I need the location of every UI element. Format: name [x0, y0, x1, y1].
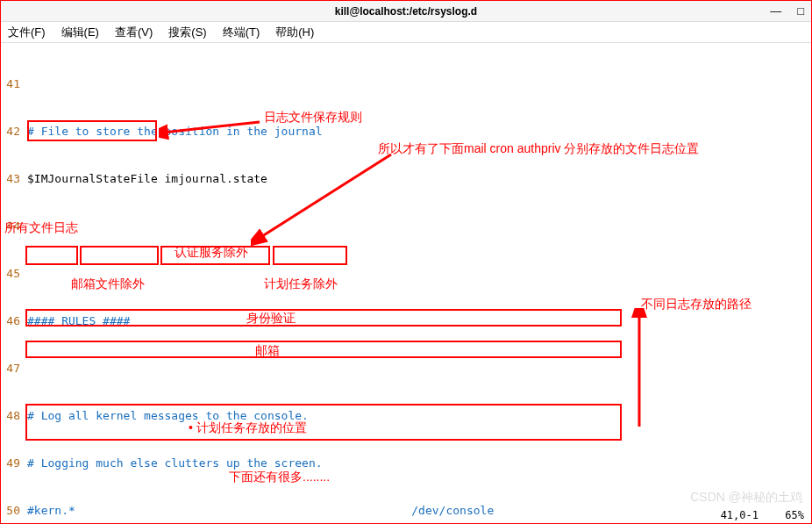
status-pct: 65%: [785, 509, 804, 521]
anno-rules-label: 日志文件保存规则: [264, 110, 362, 126]
anno-diff-paths: 不同日志存放的路径: [641, 297, 751, 312]
redbox-cronnone: [273, 246, 347, 265]
menu-view[interactable]: 查看(V): [111, 23, 156, 42]
watermark: CSDN @神秘的土鸡: [690, 490, 802, 506]
line-number: 43: [1, 171, 22, 187]
anno-auth: 身份验证: [246, 311, 296, 327]
redbox-cron: [25, 404, 622, 441]
status-pos: 41,0-1: [721, 509, 759, 521]
code-text: $IMJournalStateFile imjournal.state: [22, 171, 267, 187]
anno-all-files: 所有文件日志: [4, 220, 78, 236]
anno-auth-exclude: 认证服务除外: [175, 245, 248, 261]
titlebar: kill@localhost:/etc/rsyslog.d — □: [1, 1, 811, 22]
anno-cron-location: • 计划任务存放的位置: [189, 420, 307, 436]
menu-terminal[interactable]: 终端(T): [219, 23, 264, 42]
menu-file[interactable]: 文件(F): [4, 23, 49, 42]
anno-mailbox: 邮箱: [255, 343, 280, 359]
code-text: #kern.* /dev/console: [22, 503, 494, 519]
line-number: 42: [1, 124, 22, 140]
menubar: 文件(F) 编辑(E) 查看(V) 搜索(S) 终端(T) 帮助(H): [1, 22, 811, 43]
menu-search[interactable]: 搜索(S): [165, 23, 210, 42]
redbox-authpriv: [25, 309, 622, 327]
line-number: 48: [1, 408, 22, 424]
line-number: 47: [1, 361, 22, 377]
window-title: kill@localhost:/etc/rsyslog.d: [335, 5, 477, 18]
menu-edit[interactable]: 编辑(E): [58, 23, 103, 42]
redbox-info: [25, 246, 78, 265]
menu-help[interactable]: 帮助(H): [272, 23, 317, 42]
minimize-button[interactable]: —: [770, 4, 781, 18]
maximize-button[interactable]: □: [797, 4, 804, 18]
anno-mail-exclude: 邮箱文件除外: [71, 276, 145, 292]
redbox-mailnone: [80, 246, 159, 265]
line-number: 41: [1, 76, 22, 92]
anno-more-below: 下面还有很多........: [229, 470, 330, 485]
line-number: 45: [1, 266, 22, 282]
line-number: 49: [1, 456, 22, 471]
anno-separate-files: 所以才有了下面mail cron authpriv 分别存放的文件日志位置: [378, 141, 699, 157]
redbox-rules: [27, 120, 157, 141]
anno-cron-exclude: 计划任务除外: [264, 276, 338, 292]
redbox-mail: [25, 341, 622, 358]
line-number: 50: [1, 503, 22, 519]
window-controls: — □: [770, 4, 804, 18]
line-number: 46: [1, 313, 22, 329]
